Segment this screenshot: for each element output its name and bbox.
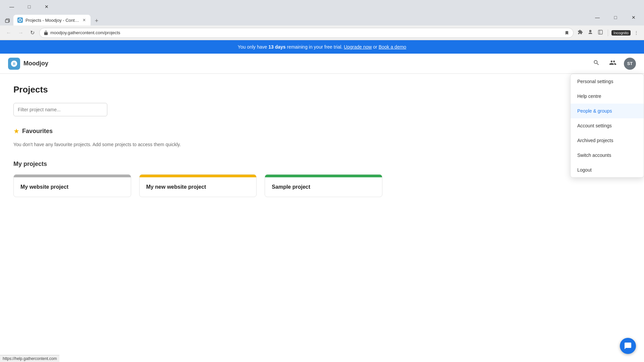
navigation-bar: ← → ↻ moodjoy.gathercontent.com/projects… [0,25,644,40]
forward-button[interactable]: → [16,28,25,37]
project-card-body: My website project [14,177,131,197]
banner-or: or [373,44,378,50]
active-tab[interactable]: Projects - Moodjoy - Content M ✕ [13,15,91,25]
project-card[interactable]: Sample project [265,174,382,197]
profile-button[interactable] [586,28,594,37]
chat-button[interactable] [620,338,636,354]
app-container: You only have 13 days remaining in your … [0,40,644,362]
people-icon [609,59,616,66]
tab-favicon [17,17,23,23]
project-card-title: My new website project [146,184,206,190]
logo-area: Moodjoy [8,58,48,70]
browser-titlebar: — □ ✕ [0,0,644,13]
my-projects-title: My projects [13,161,631,168]
bookmark-icon[interactable] [565,31,569,35]
new-tab-button[interactable]: + [92,16,101,25]
dropdown-item-personal-settings[interactable]: Personal settings [571,74,644,89]
tab-title: Projects - Moodjoy - Content M [25,18,79,23]
nav-icon-group: Incognito ⋮ [576,28,640,37]
svg-rect-0 [5,20,9,22]
avatar-button[interactable]: ST [624,58,636,70]
favourites-title: Favourites [22,128,53,135]
banner-text-middle: remaining in your free trial. [287,44,344,50]
logo-icon[interactable] [8,58,20,70]
star-icon: ★ [13,127,19,135]
project-card-body: Sample project [265,177,382,197]
page-title: Projects [13,84,631,95]
status-url: https://help.gathercontent.com [3,356,57,361]
trial-banner: You only have 13 days remaining in your … [0,40,644,54]
chat-icon [624,342,632,350]
filter-input[interactable] [13,103,107,116]
header-right: ST [591,57,636,70]
back-button[interactable]: ← [4,28,13,37]
extensions-button[interactable] [576,28,584,37]
tab-close-button[interactable]: ✕ [82,17,87,23]
url-text: moodjoy.gathercontent.com/projects [50,30,562,35]
sidebar-button[interactable] [596,28,604,37]
project-bar [140,175,257,177]
status-bar: https://help.gathercontent.com [0,355,59,362]
dropdown-item-logout[interactable]: Logout [571,163,644,177]
project-card[interactable]: My new website project [139,174,257,197]
window-controls[interactable]: — □ ✕ [4,0,54,13]
minimize-button[interactable]: — [4,0,19,13]
upgrade-link[interactable]: Upgrade now [344,44,372,50]
dropdown-item-account-settings[interactable]: Account settings [571,118,644,133]
project-card-body: My new website project [140,177,257,197]
project-bar [14,175,131,177]
close-button[interactable]: ✕ [39,0,54,13]
app-header: Moodjoy ST Personal settings Help centre… [0,54,644,74]
lock-icon [44,31,48,35]
projects-grid: My website project My new website projec… [13,174,382,197]
people-button[interactable] [607,57,619,70]
menu-button[interactable]: ⋮ [633,29,640,37]
user-dropdown-menu: Personal settings Help centre People & g… [570,74,644,178]
maximize-button[interactable]: □ [21,0,37,13]
incognito-badge: Incognito [611,30,631,36]
separator [608,29,608,36]
svg-rect-1 [598,30,602,34]
dropdown-item-help-centre[interactable]: Help centre [571,89,644,104]
dropdown-item-archived-projects[interactable]: Archived projects [571,133,644,148]
search-button[interactable] [591,57,602,70]
minimize-window-button[interactable]: — [590,11,605,24]
dropdown-item-people-groups[interactable]: People & groups [571,104,644,118]
search-icon [593,59,600,66]
address-bar[interactable]: moodjoy.gathercontent.com/projects [39,28,574,38]
project-card[interactable]: My website project [13,174,131,197]
favourites-empty-message: You don't have any favourite projects. A… [13,142,631,147]
project-card-title: My website project [20,184,68,190]
favourites-section-header: ★ Favourites [13,127,631,135]
banner-text-prefix: You only have [238,44,268,50]
logo-svg [10,60,18,67]
logo-text: Moodjoy [23,60,48,67]
banner-days: 13 days [268,44,285,50]
reload-button[interactable]: ↻ [28,28,37,37]
filter-bar: Example projects [13,103,631,116]
demo-link[interactable]: Book a demo [379,44,407,50]
project-bar [265,175,382,177]
close-window-button[interactable]: ✕ [626,11,641,24]
restore-window-button[interactable]: □ [608,11,623,24]
browser-chrome: — □ ✕ Projects - Moodjoy - Content M ✕ +… [0,0,644,40]
tab-group-button[interactable] [3,16,12,25]
project-card-title: Sample project [272,184,310,190]
main-content: Projects Example projects ★ Favourites Y… [0,74,644,208]
tab-bar: Projects - Moodjoy - Content M ✕ + — □ ✕ [0,13,644,25]
dropdown-item-switch-accounts[interactable]: Switch accounts [571,148,644,163]
